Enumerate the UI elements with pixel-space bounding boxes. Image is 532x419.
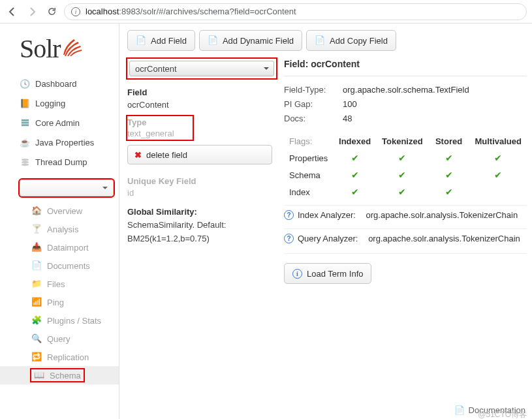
check-icon: ✔	[351, 187, 359, 197]
home-icon: 🏠	[31, 206, 42, 216]
page-icon: 📄	[315, 35, 325, 46]
index-analyzer-row[interactable]: ?Index Analyzer: org.apache.solr.analysi…	[284, 205, 527, 225]
check-icon: ✔	[445, 187, 453, 197]
pi-gap-v: 100	[343, 97, 357, 112]
field-label: Field	[127, 87, 272, 97]
check-icon: ✔	[398, 187, 406, 197]
flags-cell	[471, 184, 525, 200]
delete-icon: ✖	[134, 150, 142, 160]
reload-button[interactable]	[44, 5, 59, 19]
field-type-v: org.apache.solr.schema.TextField	[343, 83, 469, 97]
schema-toolbar: 📄Add Field 📄Add Dynamic Field 📄Add Copy …	[127, 30, 532, 59]
query-analyzer-row[interactable]: ?Query Analyzer: org.apache.solr.analysi…	[284, 228, 527, 248]
delete-field-button[interactable]: ✖delete field	[127, 145, 272, 164]
svg-point-5	[21, 163, 28, 166]
flags-header-label: Flags:	[285, 134, 332, 149]
subnav-plugins[interactable]: 🧩Plugins / Stats	[0, 311, 119, 330]
page-icon: 📄	[136, 35, 146, 46]
folder-icon: 📁	[31, 279, 42, 289]
flags-cell: ✔	[428, 150, 470, 166]
check-icon: ✔	[351, 153, 359, 163]
type-value: text_general	[127, 129, 190, 138]
global-similarity-value: SchemaSimilarity. Default: BM25(k1=1.2,b…	[127, 219, 272, 246]
subnav-dataimport[interactable]: 📥Dataimport	[0, 238, 119, 256]
flags-row: Index✔✔✔	[285, 184, 525, 200]
global-similarity-label: Global Similarity:	[127, 207, 272, 217]
subnav-schema[interactable]: 📖Schema	[0, 366, 119, 384]
book-icon: 📖	[34, 370, 44, 380]
flags-header-col: Indexed	[333, 134, 377, 149]
solr-sun-icon	[62, 38, 83, 59]
puzzle-icon: 🧩	[31, 315, 42, 326]
replication-icon: 🔁	[31, 352, 42, 362]
layers-icon	[20, 117, 30, 128]
info-icon: i	[292, 269, 302, 279]
forward-button[interactable]	[25, 5, 39, 19]
subnav-files[interactable]: 📁Files	[0, 275, 119, 293]
field-type-k: Field-Type:	[284, 83, 343, 97]
flags-cell: ✔	[428, 167, 470, 183]
check-icon: ✔	[398, 170, 406, 180]
field-select[interactable]: ocrContent	[129, 61, 274, 76]
nav-thread-dump[interactable]: Thread Dump	[0, 152, 119, 172]
back-button[interactable]	[5, 5, 20, 19]
flags-row-name: Index	[285, 184, 332, 200]
nav-dashboard[interactable]: 🕓Dashboard	[0, 74, 119, 93]
add-field-button[interactable]: 📄Add Field	[127, 30, 195, 51]
docs-v: 48	[343, 112, 352, 126]
svg-rect-0	[21, 119, 28, 121]
funnel-icon: 🍸	[31, 224, 42, 234]
check-icon: ✔	[494, 170, 502, 180]
subnav-documents[interactable]: 📄Documents	[0, 256, 119, 275]
add-dynamic-field-button[interactable]: 📄Add Dynamic Field	[199, 30, 302, 51]
url-bar[interactable]: i localhost:8983/solr/#/archives/schema?…	[64, 3, 527, 20]
help-icon: ?	[284, 210, 294, 220]
subnav-overview[interactable]: 🏠Overview	[0, 202, 119, 220]
flags-table: Flags:IndexedTokenizedStoredMultivalued …	[284, 132, 527, 201]
add-copy-field-button[interactable]: 📄Add Copy Field	[306, 30, 396, 51]
svg-point-4	[21, 161, 28, 163]
sidebar: Solr 🕓Dashboard 📙Logging Core Admin ☕Jav…	[0, 23, 119, 419]
load-term-info-button[interactable]: iLoad Term Info	[284, 263, 371, 284]
field-title: Field: ocrContent	[284, 59, 527, 76]
nav-core-admin[interactable]: Core Admin	[0, 113, 119, 132]
flags-row-name: Properties	[285, 150, 332, 166]
type-label: Type	[127, 117, 190, 127]
field-right-panel: Field: ocrContent Field-Type:org.apache.…	[284, 59, 532, 284]
flags-row: Schema✔✔✔✔	[285, 167, 525, 183]
page-icon: 📄	[208, 35, 218, 46]
flags-header-col: Stored	[428, 134, 470, 149]
svg-point-3	[21, 158, 28, 161]
flags-cell: ✔	[428, 184, 470, 200]
solr-logo: Solr	[0, 30, 119, 74]
svg-rect-2	[21, 124, 28, 126]
subnav-replication[interactable]: 🔁Replication	[0, 348, 119, 366]
flags-header-col: Multivalued	[471, 134, 525, 149]
field-value: ocrContent	[127, 100, 272, 110]
core-selector[interactable]	[20, 179, 114, 196]
subnav-query[interactable]: 🔍Query	[0, 330, 119, 348]
subnav-analysis[interactable]: 🍸Analysis	[0, 220, 119, 238]
nav-java-properties[interactable]: ☕Java Properties	[0, 132, 119, 152]
flags-cell: ✔	[333, 184, 377, 200]
pi-gap-k: PI Gap:	[284, 97, 343, 112]
doc-icon: 📄	[454, 405, 465, 415]
svg-rect-1	[21, 121, 28, 123]
nav-logging[interactable]: 📙Logging	[0, 93, 119, 113]
url-text: localhost:8983/solr/#/archives/schema?fi…	[86, 7, 296, 16]
search-icon: 🔍	[31, 334, 42, 344]
site-info-icon[interactable]: i	[71, 7, 80, 16]
flags-cell: ✔	[333, 167, 377, 183]
unique-key-value: id	[127, 188, 272, 198]
subnav-ping[interactable]: 📶Ping	[0, 293, 119, 311]
check-icon: ✔	[494, 153, 502, 163]
unique-key-label: Unique Key Field	[127, 176, 272, 186]
document-icon: 📄	[31, 260, 42, 271]
gauge-icon: 🕓	[20, 78, 30, 89]
flags-cell: ✔	[333, 150, 377, 166]
docs-k: Docs:	[284, 112, 343, 126]
flags-header-col: Tokenized	[378, 134, 427, 149]
flags-cell: ✔	[471, 167, 525, 183]
log-icon: 📙	[20, 98, 30, 108]
flags-row-name: Schema	[285, 167, 332, 183]
